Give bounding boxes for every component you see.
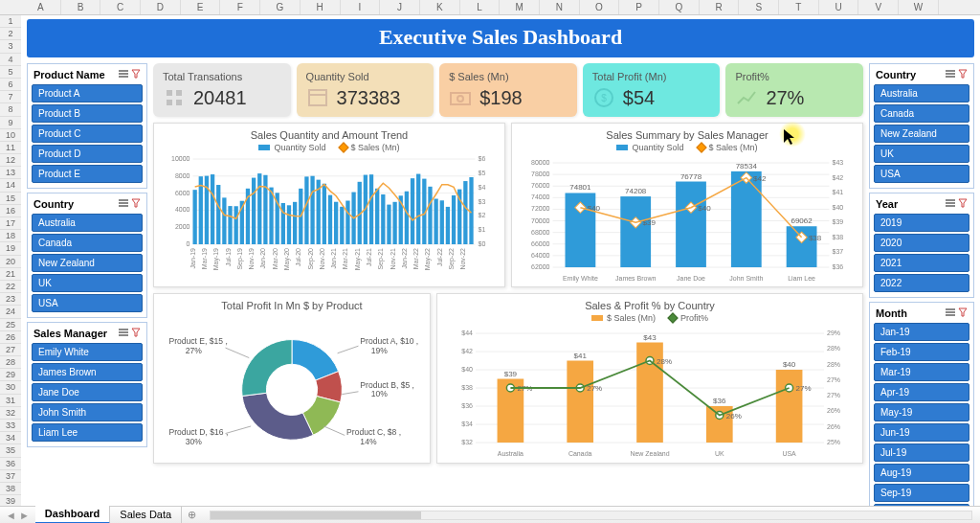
clear-filter-icon[interactable] xyxy=(958,198,968,208)
slicer-item[interactable]: Canada xyxy=(874,104,969,123)
horizontal-scrollbar[interactable] xyxy=(210,511,972,520)
slicer-country-left[interactable]: Country AustraliaCanadaNew ZealandUKUSA xyxy=(27,193,147,318)
row-header[interactable]: 11 xyxy=(0,142,21,154)
row-header[interactable]: 32 xyxy=(0,407,21,420)
slicer-item[interactable]: Product B xyxy=(32,104,143,123)
row-header[interactable]: 18 xyxy=(0,230,21,242)
row-header[interactable]: 30 xyxy=(0,381,21,394)
row-header[interactable]: 24 xyxy=(0,306,21,318)
slicer-item[interactable]: Australia xyxy=(874,84,969,102)
col-header[interactable]: E xyxy=(181,0,221,14)
slicer-item[interactable]: 2020 xyxy=(874,234,969,252)
slicer-item[interactable]: Jane Doe xyxy=(32,383,143,401)
col-header[interactable]: A xyxy=(21,0,61,14)
col-header[interactable]: D xyxy=(141,0,181,14)
slicer-controls[interactable] xyxy=(116,69,141,80)
col-header[interactable]: F xyxy=(220,0,260,14)
row-header[interactable]: 29 xyxy=(0,369,21,381)
row-header[interactable]: 7 xyxy=(0,91,21,103)
multiselect-icon[interactable] xyxy=(946,198,955,208)
col-header[interactable]: V xyxy=(858,0,899,14)
multiselect-icon[interactable] xyxy=(119,69,128,79)
slicer-product[interactable]: Product Name Product AProduct BProduct C… xyxy=(27,63,147,189)
row-header[interactable]: 12 xyxy=(0,154,21,167)
slicer-item[interactable]: John Smith xyxy=(32,403,143,421)
slicer-item[interactable]: Mar-19 xyxy=(874,363,969,381)
row-header[interactable]: 27 xyxy=(0,344,21,356)
row-header[interactable]: 26 xyxy=(0,331,21,344)
row-header[interactable]: 21 xyxy=(0,268,21,281)
clear-filter-icon[interactable] xyxy=(958,307,968,317)
row-header[interactable]: 5 xyxy=(0,66,21,79)
multiselect-icon[interactable] xyxy=(946,307,955,317)
row-header[interactable]: 37 xyxy=(0,470,21,483)
slicer-item[interactable]: New Zealand xyxy=(32,254,143,272)
row-header[interactable]: 15 xyxy=(0,193,21,205)
row-header[interactable]: 16 xyxy=(0,205,21,217)
row-header[interactable]: 17 xyxy=(0,217,21,230)
row-header[interactable]: 38 xyxy=(0,483,21,495)
col-header[interactable]: L xyxy=(460,0,501,14)
row-header[interactable]: 3 xyxy=(0,40,21,53)
col-header[interactable]: H xyxy=(301,0,341,14)
slicer-item[interactable]: Liam Lee xyxy=(32,423,143,442)
row-header[interactable]: 22 xyxy=(0,281,21,293)
row-header[interactable]: 36 xyxy=(0,458,21,470)
col-header[interactable]: P xyxy=(619,0,659,14)
row-header[interactable]: 9 xyxy=(0,117,21,129)
slicer-item[interactable]: Jun-19 xyxy=(874,423,969,442)
slicer-item[interactable]: Product A xyxy=(32,84,143,102)
slicer-item[interactable]: Canada xyxy=(32,234,143,252)
slicer-item[interactable]: 2021 xyxy=(874,254,969,272)
row-header[interactable]: 1 xyxy=(0,15,21,28)
slicer-year[interactable]: Year 2019202020212022 xyxy=(869,193,974,298)
col-header[interactable]: I xyxy=(341,0,381,14)
row-header[interactable]: 6 xyxy=(0,79,21,91)
slicer-item[interactable]: UK xyxy=(874,145,969,163)
slicer-item[interactable]: Apr-19 xyxy=(874,383,969,401)
clear-filter-icon[interactable] xyxy=(131,198,141,208)
row-header[interactable]: 23 xyxy=(0,293,21,306)
slicer-item[interactable]: 2019 xyxy=(874,214,969,232)
col-header[interactable]: O xyxy=(580,0,620,14)
row-header[interactable]: 8 xyxy=(0,103,21,116)
slicer-item[interactable]: USA xyxy=(32,294,143,312)
tab-sales-data[interactable]: Sales Data xyxy=(110,507,182,523)
row-header[interactable]: 35 xyxy=(0,444,21,457)
col-header[interactable]: N xyxy=(540,0,580,14)
slicer-item[interactable]: Product C xyxy=(32,125,143,143)
tab-nav-arrows[interactable]: ◄ ► xyxy=(0,510,35,521)
row-header[interactable]: 31 xyxy=(0,395,21,407)
slicer-item[interactable]: Australia xyxy=(32,214,143,232)
col-header[interactable]: T xyxy=(779,0,819,14)
col-header[interactable]: W xyxy=(899,0,939,14)
slicer-item[interactable]: Product D xyxy=(32,145,143,163)
slicer-item[interactable]: Feb-19 xyxy=(874,343,969,361)
slicer-month[interactable]: Month Jan-19Feb-19Mar-19Apr-19May-19Jun-… xyxy=(869,302,974,523)
col-header[interactable]: J xyxy=(380,0,420,14)
col-header[interactable]: U xyxy=(819,0,859,14)
clear-filter-icon[interactable] xyxy=(131,328,141,337)
slicer-item[interactable]: Product E xyxy=(32,165,143,183)
slicer-item[interactable]: Jan-19 xyxy=(874,323,969,341)
col-header[interactable]: S xyxy=(739,0,779,14)
row-header[interactable]: 14 xyxy=(0,179,21,192)
clear-filter-icon[interactable] xyxy=(958,69,968,79)
row-header[interactable]: 25 xyxy=(0,319,21,331)
slicer-item[interactable]: James Brown xyxy=(32,363,143,381)
multiselect-icon[interactable] xyxy=(946,69,955,79)
col-header[interactable]: Q xyxy=(659,0,700,14)
slicer-item[interactable]: Jul-19 xyxy=(874,443,969,462)
row-header[interactable]: 20 xyxy=(0,256,21,268)
col-header[interactable]: M xyxy=(500,0,540,14)
slicer-item[interactable]: UK xyxy=(32,274,143,292)
tab-dashboard[interactable]: Dashboard xyxy=(35,506,110,523)
col-header[interactable]: R xyxy=(700,0,740,14)
slicer-item[interactable]: Aug-19 xyxy=(874,464,969,482)
row-header[interactable]: 28 xyxy=(0,356,21,369)
col-header[interactable]: B xyxy=(61,0,101,14)
clear-filter-icon[interactable] xyxy=(131,69,141,79)
row-header[interactable]: 10 xyxy=(0,129,21,142)
slicer-item[interactable]: New Zealand xyxy=(874,125,969,143)
row-header[interactable]: 33 xyxy=(0,420,21,432)
